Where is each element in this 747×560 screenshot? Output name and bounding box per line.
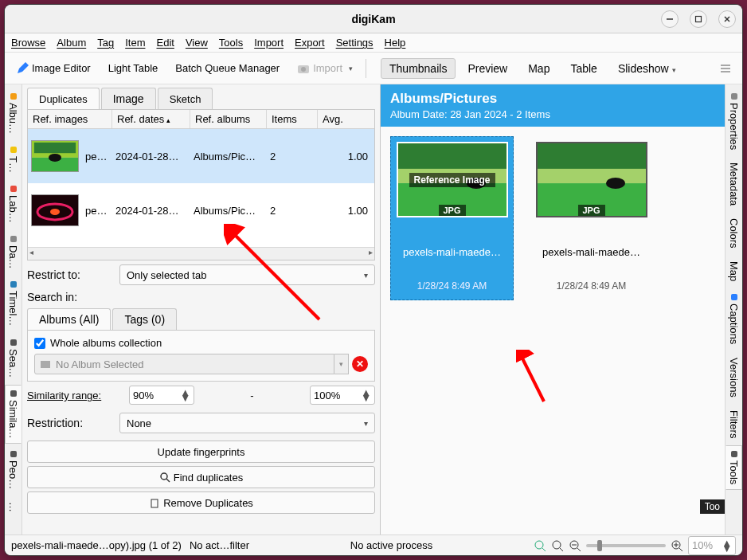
right-sidebar-rail: Properties Metadata Colors Map Captions … <box>725 84 742 535</box>
search-icon <box>159 472 170 483</box>
restrict-combo[interactable]: Only selected tab <box>119 264 375 285</box>
zoom-spin[interactable]: 10%▲▼ <box>688 536 736 555</box>
tab-tags-zero[interactable]: Tags (0) <box>112 308 177 330</box>
rail-dates[interactable]: Da… <box>5 230 22 275</box>
result-row[interactable]: pe… 2024-01-28… Albums/Pic… 2 1.00 <box>28 129 374 183</box>
rail-map[interactable]: Map <box>725 256 742 287</box>
view-map[interactable]: Map <box>519 58 558 79</box>
view-slideshow[interactable]: Slideshow <box>609 58 685 79</box>
toolbar-separator <box>366 59 366 78</box>
content-area: Albu… T… Lab… Da… Timel… Sea… Simila… Pe… <box>5 84 742 535</box>
album-selector: No Album Selected ▾ ✕ <box>34 354 368 374</box>
svg-point-28 <box>605 178 624 189</box>
rail-labels[interactable]: Lab… <box>5 180 22 229</box>
svg-line-39 <box>577 548 581 551</box>
tab-duplicates[interactable]: Duplicates <box>27 88 100 109</box>
left-sidebar-rail: Albu… T… Lab… Da… Timel… Sea… Simila… Pe… <box>5 84 22 535</box>
col-ref-images[interactable]: Ref. images <box>28 110 112 128</box>
col-ref-dates[interactable]: Ref. dates <box>112 110 190 128</box>
thumbnail-item[interactable]: Reference Image JPG pexels-mali-maede… 1… <box>390 136 514 300</box>
thumbnail-image: Reference Image JPG <box>397 142 508 217</box>
format-badge: JPG <box>577 205 604 216</box>
menu-edit[interactable]: Edit <box>156 37 174 49</box>
col-ref-albums[interactable]: Ref. albums <box>190 110 267 128</box>
reference-badge: Reference Image <box>409 173 495 187</box>
restriction-combo[interactable]: None <box>119 413 375 433</box>
zoom-slider[interactable] <box>586 544 666 547</box>
sim-max-spin[interactable]: 100%▲▼ <box>310 386 375 405</box>
remove-duplicates-button[interactable]: Remove Duplicates <box>27 491 375 514</box>
status-filename: pexels-mali-maede…opy).jpg (1 of 2) <box>11 539 182 551</box>
view-preview[interactable]: Preview <box>459 58 516 79</box>
svg-line-19 <box>166 479 170 482</box>
rail-filters[interactable]: Filters <box>725 405 742 444</box>
menu-settings[interactable]: Settings <box>336 37 374 49</box>
status-process: No active process <box>350 539 432 551</box>
rail-more[interactable]: … <box>5 496 22 518</box>
import-button[interactable]: Import <box>292 59 358 78</box>
col-items[interactable]: Items <box>267 110 318 128</box>
rail-search[interactable]: Sea… <box>5 334 22 383</box>
sim-min-spin[interactable]: 90%▲▼ <box>129 386 194 405</box>
view-table[interactable]: Table <box>561 58 605 79</box>
menu-browse[interactable]: Browse <box>11 37 45 49</box>
minimize-button[interactable] <box>661 10 679 28</box>
batch-queue-button[interactable]: Batch Queue Manager <box>170 59 284 77</box>
menu-tools[interactable]: Tools <box>219 37 243 49</box>
maximize-button[interactable] <box>690 10 707 28</box>
rail-tags[interactable]: T… <box>5 141 22 178</box>
svg-rect-12 <box>34 143 76 153</box>
rail-colors[interactable]: Colors <box>725 213 742 254</box>
result-row[interactable]: pe… 2024-01-28… Albums/Pic… 2 1.00 <box>28 183 374 237</box>
folder-icon <box>40 358 51 370</box>
trash-icon <box>149 497 160 508</box>
whole-albums-check[interactable] <box>34 338 45 349</box>
rail-tools[interactable]: Tools <box>725 445 742 490</box>
toolbar-overflow[interactable] <box>715 60 736 77</box>
image-editor-button[interactable]: Image Editor <box>11 59 96 78</box>
light-table-button[interactable]: Light Table <box>104 59 163 77</box>
rail-properties[interactable]: Properties <box>725 88 742 155</box>
tab-image[interactable]: Image <box>101 88 156 109</box>
zoom-100-icon[interactable] <box>551 539 564 552</box>
svg-point-35 <box>553 541 561 549</box>
rail-albums[interactable]: Albu… <box>5 88 22 139</box>
thumbnail-area[interactable]: Reference Image JPG pexels-mali-maede… 1… <box>381 127 725 535</box>
menu-view[interactable]: View <box>186 37 208 49</box>
menu-import[interactable]: Import <box>254 37 284 49</box>
menu-help[interactable]: Help <box>385 37 406 49</box>
zoom-in-icon[interactable] <box>671 539 683 552</box>
svg-line-43 <box>679 548 682 551</box>
view-thumbnails[interactable]: Thumbnails <box>381 58 456 79</box>
menu-export[interactable]: Export <box>295 37 325 49</box>
close-button[interactable] <box>718 10 736 28</box>
album-clear-button[interactable]: ✕ <box>352 356 368 372</box>
results-hscroll[interactable] <box>28 247 374 260</box>
search-in-label: Search in: <box>27 289 375 305</box>
rail-people[interactable]: Peo… <box>5 445 22 495</box>
tab-albums-all[interactable]: Albums (All) <box>27 308 111 330</box>
menu-album[interactable]: Album <box>57 37 86 49</box>
menu-item[interactable]: Item <box>125 37 145 49</box>
svg-point-13 <box>49 154 61 162</box>
rail-metadata[interactable]: Metadata <box>725 157 742 211</box>
svg-rect-26 <box>538 143 646 169</box>
svg-rect-20 <box>151 499 158 507</box>
thumbnail-item[interactable]: JPG pexels-mali-maede… 1/28/24 8:49 AM <box>530 136 653 300</box>
album-dropdown[interactable]: ▾ <box>334 354 349 374</box>
rail-captions[interactable]: Captions <box>725 288 742 350</box>
update-fingerprints-button[interactable]: Update fingerprints <box>27 441 375 463</box>
whole-albums-checkbox[interactable]: Whole albums collection <box>34 337 368 349</box>
menu-tag[interactable]: Tag <box>97 37 114 49</box>
rail-timeline[interactable]: Timel… <box>5 276 22 331</box>
rail-similarity[interactable]: Simila… <box>5 385 22 444</box>
find-duplicates-button[interactable]: Find duplicates <box>27 466 375 488</box>
rail-versions[interactable]: Versions <box>725 352 742 403</box>
zoom-fit-icon[interactable] <box>534 539 546 552</box>
col-avg[interactable]: Avg. <box>318 110 374 128</box>
toolbar: Image Editor Light Table Batch Queue Man… <box>5 53 742 84</box>
tab-sketch[interactable]: Sketch <box>158 88 213 109</box>
zoom-out-icon[interactable] <box>569 539 581 552</box>
album-field: No Album Selected <box>34 354 334 374</box>
similarity-tabs: Duplicates Image Sketch <box>27 88 375 109</box>
